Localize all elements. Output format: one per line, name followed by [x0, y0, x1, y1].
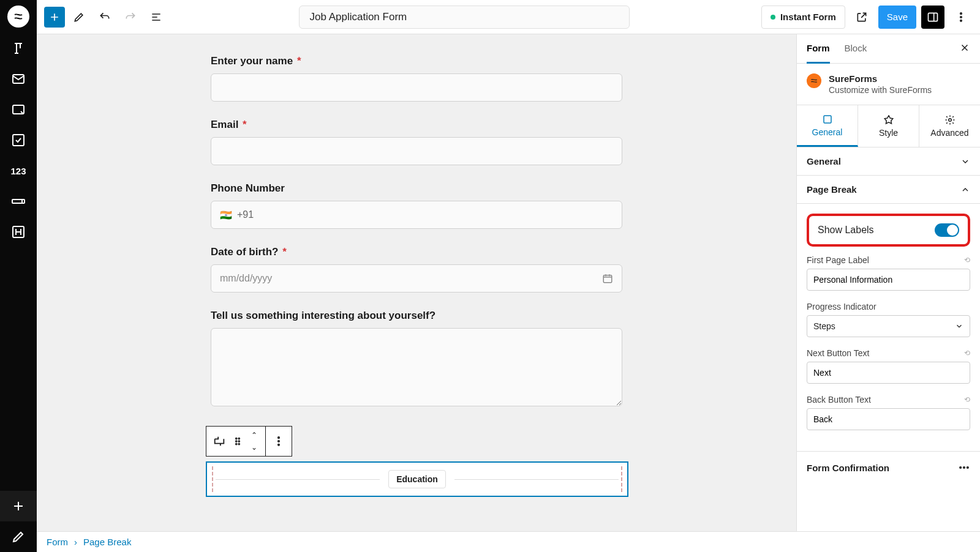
svg-point-15	[238, 443, 239, 444]
calendar-icon	[602, 273, 613, 284]
interesting-textarea[interactable]	[211, 328, 622, 406]
status-dot-icon	[771, 15, 775, 20]
drag-handle-icon[interactable]	[228, 427, 247, 456]
top-toolbar: Instant Form Save	[37, 0, 980, 34]
more-options-button[interactable]	[949, 6, 973, 29]
name-field-label: Enter your name *	[211, 55, 622, 67]
text-tool-icon[interactable]	[0, 33, 37, 64]
heading-icon[interactable]	[0, 217, 37, 247]
svg-point-16	[278, 437, 280, 439]
phone-prefix: +91	[237, 209, 254, 220]
more-horiz-icon	[958, 461, 970, 474]
app-logo[interactable]	[0, 0, 37, 33]
flag-icon: 🇮🇳	[220, 209, 232, 221]
svg-point-7	[960, 16, 962, 18]
progress-indicator-label: Progress Indicator	[807, 302, 876, 311]
dob-input[interactable]: mm/dd/yyyy	[211, 264, 622, 293]
email-icon[interactable]	[0, 64, 37, 94]
back-button-text-input[interactable]	[807, 408, 970, 430]
email-input[interactable]	[211, 137, 622, 165]
svg-point-21	[960, 467, 962, 469]
svg-point-18	[278, 444, 280, 446]
redo-button	[119, 6, 142, 29]
progress-indicator-select[interactable]: Steps	[807, 315, 970, 337]
first-page-input[interactable]	[807, 269, 970, 291]
edit-icon[interactable]	[0, 521, 37, 552]
svg-point-10	[236, 438, 237, 439]
dob-field-label: Date of birth? *	[211, 246, 622, 258]
breadcrumb: Form › Page Break	[37, 531, 980, 552]
general-icon	[822, 114, 833, 125]
block-type-icon[interactable]	[210, 427, 228, 456]
svg-rect-5	[929, 13, 938, 21]
number-icon[interactable]: 123	[0, 155, 37, 186]
show-labels-row: Show Labels	[807, 214, 970, 247]
undo-button[interactable]	[93, 6, 116, 29]
show-labels-label: Show Labels	[818, 225, 874, 236]
outline-button[interactable]	[145, 6, 168, 29]
interesting-field-label: Tell us something interesting about your…	[211, 310, 622, 322]
show-labels-toggle[interactable]	[935, 223, 959, 237]
breadcrumb-form[interactable]: Form	[47, 537, 68, 547]
sureforms-logo-icon	[807, 73, 821, 88]
block-toolbar: ⌃⌄	[206, 426, 292, 457]
accordion-general[interactable]: General	[797, 147, 980, 176]
reset-icon[interactable]: ⟲	[964, 256, 970, 264]
chevron-down-icon	[955, 322, 963, 330]
card-icon[interactable]	[0, 94, 37, 125]
reset-icon[interactable]: ⟲	[964, 395, 970, 404]
block-more-icon[interactable]	[270, 427, 288, 456]
back-button-text-label: Back Button Text	[807, 395, 871, 405]
svg-rect-19	[824, 116, 831, 123]
sidebar-toggle-button[interactable]	[921, 6, 944, 29]
form-title-input[interactable]	[299, 6, 630, 29]
first-page-label: First Page Label	[807, 255, 869, 265]
style-icon	[883, 114, 894, 125]
form-confirmation-row[interactable]: Form Confirmation	[797, 452, 980, 483]
svg-rect-9	[603, 275, 612, 283]
chevron-down-icon	[960, 157, 970, 166]
phone-input[interactable]: 🇮🇳 +91	[211, 201, 622, 229]
svg-point-13	[238, 441, 239, 442]
name-input[interactable]	[211, 73, 622, 102]
page-break-block[interactable]: Education	[206, 461, 628, 497]
close-inspector-icon[interactable]	[959, 42, 970, 56]
instant-form-button[interactable]: Instant Form	[761, 6, 845, 29]
left-rail: 123	[0, 0, 37, 552]
svg-point-8	[960, 20, 962, 21]
external-link-button[interactable]	[850, 6, 873, 29]
breadcrumb-pagebreak[interactable]: Page Break	[83, 537, 131, 547]
add-block-icon[interactable]	[0, 491, 37, 521]
breadcrumb-separator: ›	[74, 537, 77, 547]
svg-point-12	[236, 441, 237, 442]
reset-icon[interactable]: ⟲	[964, 349, 970, 357]
checkbox-icon[interactable]	[0, 125, 37, 155]
product-name: SureForms	[829, 73, 932, 84]
tab-block[interactable]: Block	[845, 34, 867, 64]
svg-point-17	[278, 441, 280, 442]
subtab-advanced[interactable]: Advanced	[919, 105, 980, 147]
edit-mode-button[interactable]	[67, 6, 91, 29]
tab-form[interactable]: Form	[807, 34, 830, 64]
subtab-general[interactable]: General	[797, 105, 858, 147]
svg-point-22	[963, 467, 965, 469]
svg-rect-2	[13, 135, 24, 146]
accordion-pagebreak[interactable]: Page Break	[797, 176, 980, 204]
svg-point-11	[238, 438, 239, 439]
svg-point-6	[960, 12, 962, 14]
product-subtitle: Customize with SureForms	[829, 85, 932, 95]
move-arrows[interactable]: ⌃⌄	[247, 429, 262, 453]
next-button-text-input[interactable]	[807, 362, 970, 384]
subtab-style[interactable]: Style	[858, 105, 919, 147]
chevron-up-icon	[960, 185, 970, 195]
inspector-sidebar: Form Block SureForms Customize with Sure…	[796, 34, 980, 552]
instant-form-label: Instant Form	[780, 12, 836, 22]
save-button[interactable]: Save	[878, 6, 916, 29]
page-break-label[interactable]: Education	[388, 470, 446, 488]
phone-field-label: Phone Number	[211, 182, 622, 195]
add-button[interactable]	[44, 7, 65, 28]
svg-point-20	[948, 119, 951, 122]
svg-point-14	[236, 443, 237, 444]
input-icon[interactable]	[0, 186, 37, 217]
form-canvas[interactable]: Enter your name * Email * Phone Number 🇮…	[37, 34, 796, 552]
